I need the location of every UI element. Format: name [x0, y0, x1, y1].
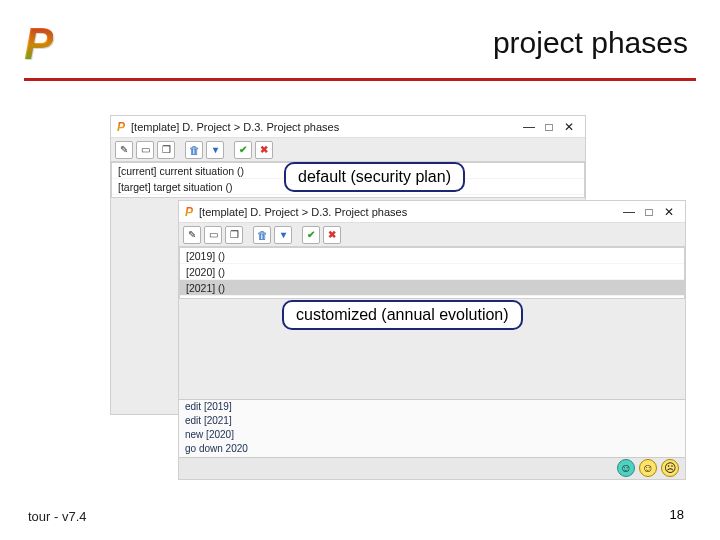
- callout-customized: customized (annual evolution): [282, 300, 523, 330]
- history-item: new [2020]: [179, 428, 685, 442]
- minimize-button[interactable]: —: [519, 120, 539, 134]
- maximize-button[interactable]: □: [639, 205, 659, 219]
- down-icon[interactable]: [274, 226, 292, 244]
- window-title: [template] D. Project > D.3. Project pha…: [199, 206, 619, 218]
- cancel-icon[interactable]: [323, 226, 341, 244]
- close-button[interactable]: ✕: [559, 120, 579, 134]
- list-item[interactable]: [2021] (): [180, 280, 684, 296]
- history-item: edit [2019]: [179, 400, 685, 414]
- edit-icon[interactable]: [115, 141, 133, 159]
- app-p-icon: P: [185, 205, 193, 219]
- new-icon[interactable]: [136, 141, 154, 159]
- window-title: [template] D. Project > D.3. Project pha…: [131, 121, 519, 133]
- page-number: 18: [670, 507, 684, 522]
- close-button[interactable]: ✕: [659, 205, 679, 219]
- slide: P project phases P [template] D. Project…: [0, 0, 720, 540]
- footer-version: tour - v7.4: [28, 509, 87, 524]
- callout-default: default (security plan): [284, 162, 465, 192]
- minimize-button[interactable]: —: [619, 205, 639, 219]
- titlebar: P [template] D. Project > D.3. Project p…: [179, 201, 685, 223]
- history-list: edit [2019] edit [2021] new [2020] go do…: [179, 399, 685, 457]
- slide-title: project phases: [493, 26, 688, 60]
- content-stage: P [template] D. Project > D.3. Project p…: [0, 100, 720, 480]
- cancel-icon[interactable]: [255, 141, 273, 159]
- down-icon[interactable]: [206, 141, 224, 159]
- toolbar: [111, 138, 585, 162]
- statusbar: ☺ ☺ ☹: [179, 457, 685, 479]
- list-item[interactable]: [2019] (): [180, 248, 684, 264]
- confirm-icon[interactable]: [302, 226, 320, 244]
- edit-icon[interactable]: [183, 226, 201, 244]
- face-sad-icon[interactable]: ☹: [661, 459, 679, 477]
- face-neutral-icon[interactable]: ☺: [639, 459, 657, 477]
- copy-icon[interactable]: [225, 226, 243, 244]
- app-p-icon: P: [117, 120, 125, 134]
- maximize-button[interactable]: □: [539, 120, 559, 134]
- title-underline: [24, 78, 696, 81]
- phase-list: [2019] () [2020] () [2021] (): [179, 247, 685, 299]
- delete-icon[interactable]: [253, 226, 271, 244]
- toolbar: [179, 223, 685, 247]
- titlebar: P [template] D. Project > D.3. Project p…: [111, 116, 585, 138]
- list-item[interactable]: [2020] (): [180, 264, 684, 280]
- logo-p: P: [24, 22, 53, 66]
- face-happy-icon[interactable]: ☺: [617, 459, 635, 477]
- history-item: go down 2020: [179, 442, 685, 456]
- history-item: edit [2021]: [179, 414, 685, 428]
- copy-icon[interactable]: [157, 141, 175, 159]
- status-faces: ☺ ☺ ☹: [617, 459, 679, 477]
- window-customized: P [template] D. Project > D.3. Project p…: [178, 200, 686, 480]
- delete-icon[interactable]: [185, 141, 203, 159]
- confirm-icon[interactable]: [234, 141, 252, 159]
- new-icon[interactable]: [204, 226, 222, 244]
